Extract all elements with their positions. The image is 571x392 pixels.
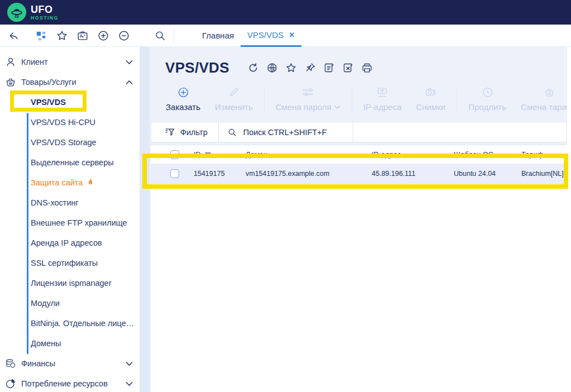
order-button[interactable]: Заказать	[159, 86, 208, 112]
column-header-domain[interactable]: Домен	[243, 150, 369, 159]
ip-addresses-button[interactable]: IP IP-адреса	[356, 86, 409, 112]
dashboard-button[interactable]	[72, 25, 93, 47]
sidebar-item-ip-rent[interactable]: Аренда IP адресов	[0, 233, 140, 253]
back-button[interactable]	[3, 25, 24, 47]
table-row[interactable]: 15419175 vm15419175.example.com 45.89.19…	[151, 164, 567, 184]
sidebar-item-label: Аренда IP адресов	[31, 238, 102, 247]
renew-label: Продлить	[468, 102, 506, 112]
page-title: VPS/VDS	[165, 59, 229, 77]
sidebar-products-label: Товары/Услуги	[21, 78, 76, 87]
submenu-accent-line	[27, 113, 28, 354]
sidebar-item-site-protection[interactable]: Защита сайта	[0, 173, 140, 193]
sidebar-item-label: BitNinja. Отдельные лице…	[31, 319, 134, 328]
cell-domain: vm15419175.example.com	[243, 170, 369, 178]
basket-icon	[544, 86, 555, 98]
sidebar-item-ssl[interactable]: SSL сертификаты	[0, 253, 140, 273]
sidebar-item-ftp-storage[interactable]: Внешнее FTP хранилище	[0, 213, 140, 233]
favorites-button[interactable]	[51, 25, 72, 47]
brand-text: UFO HOSTING	[31, 4, 59, 21]
brand-logo[interactable]: UFO HOSTING	[7, 3, 59, 22]
change-tariff-button[interactable]: Смена тарифа	[514, 86, 571, 112]
change-password-button[interactable]: Смена пароля	[268, 86, 348, 112]
edit-button[interactable]: Изменить	[208, 86, 260, 112]
tab-home[interactable]: Главная	[195, 25, 241, 47]
export-excel-button[interactable]	[339, 61, 358, 75]
zoom-in-button[interactable]	[93, 25, 113, 47]
back-arrow-icon	[8, 30, 20, 42]
toolbar-divider	[174, 28, 174, 43]
snapshots-button[interactable]: Снимки	[409, 86, 453, 112]
row-checkbox[interactable]	[170, 169, 179, 178]
tree-menu-icon	[35, 30, 47, 42]
sidebar-item-label: Модули	[31, 299, 60, 308]
clock-icon	[482, 86, 493, 98]
global-search-button[interactable]	[150, 25, 170, 47]
refresh-button[interactable]	[244, 61, 263, 75]
export-list-button[interactable]	[320, 61, 339, 75]
sidebar-section-finance[interactable]: Финансы	[0, 353, 140, 374]
select-all-checkbox[interactable]	[170, 150, 179, 159]
plus-circle-icon	[97, 30, 109, 42]
tab-close-icon[interactable]: ✕	[289, 31, 295, 39]
ip-icon: IP	[376, 86, 389, 98]
toolbar-divider	[352, 87, 352, 112]
chevron-down-icon	[126, 361, 133, 366]
sidebar-item-dedicated-servers[interactable]: Выделенные серверы	[0, 152, 140, 173]
order-label: Заказать	[166, 102, 200, 112]
sidebar-item-vps-vds[interactable]: VPS/VDS	[0, 92, 140, 112]
sidebar-item-modules[interactable]: Модули	[0, 293, 140, 313]
sidebar-item-vps-hicpu[interactable]: VPS/VDS Hi-CPU	[0, 112, 140, 132]
pin-page-button[interactable]	[301, 61, 320, 75]
svg-text:IP: IP	[381, 88, 385, 93]
column-header-os[interactable]: Шаблон ОС	[451, 150, 521, 159]
tab-vps-vds[interactable]: VPS/VDS ✕	[241, 25, 301, 47]
sidebar-section-resources[interactable]: Потребление ресурсов	[0, 374, 140, 392]
brand-tagline: HOSTING	[31, 16, 59, 21]
print-button[interactable]	[358, 61, 377, 75]
renew-button[interactable]: Продлить	[461, 86, 514, 112]
minus-circle-icon	[118, 30, 130, 42]
ufo-logo-icon	[7, 3, 26, 22]
basket-icon	[4, 76, 17, 88]
tab-home-label: Главная	[202, 31, 234, 40]
search-input[interactable]	[243, 128, 353, 137]
toolbar-divider	[457, 87, 457, 112]
sidebar-item-domains[interactable]: Домены	[0, 333, 140, 353]
column-header-id[interactable]: ID	[194, 150, 201, 159]
menu-tree-button[interactable]	[31, 25, 51, 47]
pie-chart-icon	[4, 377, 17, 390]
sidebar-item-label: VPS/VDS Storage	[31, 138, 97, 147]
cell-tariff: Brachium[NL]	[521, 170, 568, 178]
sidebar-item-bitninja[interactable]: BitNinja. Отдельные лице…	[0, 313, 140, 333]
search-icon	[227, 127, 237, 137]
pencil-icon	[228, 86, 239, 98]
sidebar-products-submenu: VPS/VDS VPS/VDS Hi-CPU VPS/VDS Storage В…	[0, 92, 140, 353]
link-globe-button[interactable]	[263, 61, 282, 75]
pin-icon	[304, 62, 316, 74]
right-scroll-gutter	[567, 47, 571, 392]
printer-icon	[361, 62, 373, 74]
sidebar-item-label: Выделенные серверы	[31, 158, 114, 167]
sidebar-item-label: Защита сайта	[31, 178, 83, 187]
column-header-ip[interactable]: IP-адрес	[369, 150, 451, 159]
chevron-down-icon	[126, 60, 133, 65]
ip-addresses-label: IP-адреса	[363, 102, 402, 112]
content-area: Клиент Товары/Услуги VPS/VDS VPS/VDS Hi-…	[0, 47, 571, 392]
column-header-tariff[interactable]: Тариф	[521, 150, 571, 159]
sidebar-item-vps-storage[interactable]: VPS/VDS Storage	[0, 132, 140, 152]
change-password-label: Смена пароля	[276, 102, 332, 112]
favorite-page-button[interactable]	[282, 61, 301, 75]
person-icon	[4, 56, 17, 68]
plus-circle-icon	[177, 86, 189, 98]
sidebar: Клиент Товары/Услуги VPS/VDS VPS/VDS Hi-…	[0, 47, 140, 392]
sidebar-section-products[interactable]: Товары/Услуги	[0, 72, 140, 92]
sidebar-item-dns-hosting[interactable]: DNS-хостинг	[0, 193, 140, 213]
sidebar-section-client[interactable]: Клиент	[0, 52, 140, 72]
sidebar-item-ispmanager[interactable]: Лицензии ispmanager	[0, 273, 140, 293]
app-window: UFO HOSTING Глав	[0, 0, 571, 392]
filter-button[interactable]: Фильтр	[151, 122, 218, 142]
zoom-out-button[interactable]	[113, 25, 134, 47]
toolbar-divider	[264, 87, 265, 112]
refresh-icon	[247, 62, 259, 74]
filter-bar: Фильтр	[151, 122, 567, 142]
